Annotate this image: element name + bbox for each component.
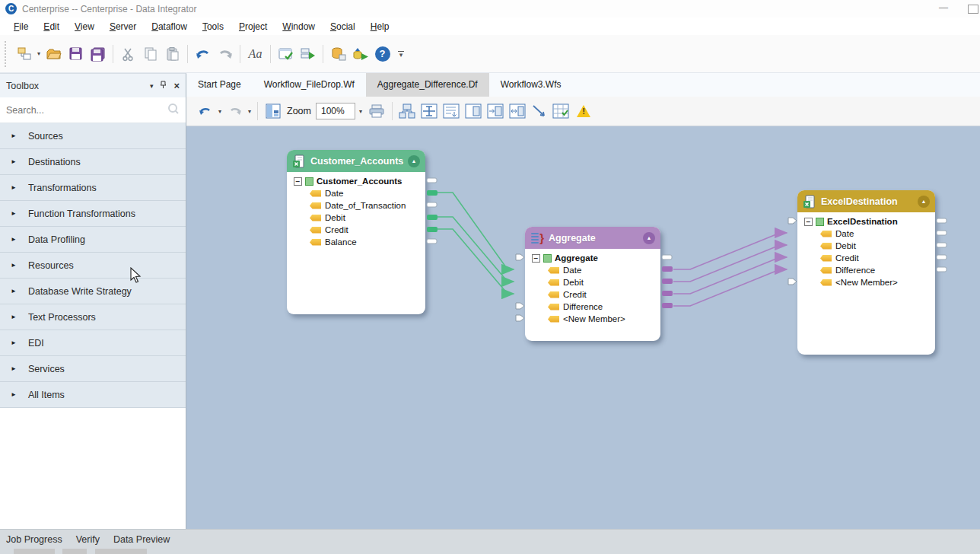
- close-toolbox-icon[interactable]: ×: [173, 80, 180, 91]
- menu-edit[interactable]: Edit: [36, 19, 67, 34]
- toolbox-item-all-items[interactable]: ►All Items: [0, 382, 186, 408]
- toolbar-separator: [113, 45, 113, 63]
- redo-small-icon[interactable]: [224, 101, 245, 122]
- title-bar: C Centerprise -- Centerprise - Data Inte…: [0, 0, 980, 18]
- link-tool-icon[interactable]: [530, 101, 550, 122]
- tab-aggregate-difference[interactable]: Aggregate_Difference.Df: [366, 73, 489, 97]
- new-dataflow-icon[interactable]: [14, 43, 34, 64]
- align-middle-icon[interactable]: [419, 101, 440, 122]
- preview-grid-icon[interactable]: [552, 101, 572, 122]
- bottom-panel-bar: Job Progress Verify Data Preview: [0, 529, 980, 554]
- menu-server[interactable]: Server: [102, 19, 144, 34]
- undo-icon[interactable]: [192, 43, 213, 64]
- minimize-button[interactable]: —: [932, 2, 955, 13]
- tab-data-preview-button[interactable]: [95, 549, 147, 554]
- toolbox-item-services[interactable]: ►Services: [0, 356, 186, 382]
- toolbox-item-sources[interactable]: ►Sources: [0, 123, 186, 149]
- search-input[interactable]: [6, 105, 167, 116]
- tab-workflow3[interactable]: Workflow3.Wfs: [489, 73, 573, 97]
- run-dataflow-icon[interactable]: [350, 43, 371, 64]
- undo-dropdown-caret[interactable]: ▾: [216, 108, 224, 115]
- menu-project[interactable]: Project: [231, 19, 275, 34]
- save-all-icon[interactable]: [88, 43, 108, 64]
- zoom-dropdown-caret[interactable]: ▾: [355, 103, 366, 119]
- database-source-icon[interactable]: [328, 43, 348, 64]
- toolbox-item-edi[interactable]: ►EDI: [0, 330, 186, 356]
- toolbox-item-database-write-strategy[interactable]: ►Database Write Strategy: [0, 279, 186, 304]
- auto-layout-icon[interactable]: [397, 101, 418, 122]
- dataflow-canvas[interactable]: Customer_Accounts ▲ − Customer_Accounts …: [186, 126, 980, 529]
- toolbox-panel: Toolbox ▾ × ►Sources ►Destinations ►Tran…: [0, 73, 186, 529]
- tab-verify-button[interactable]: [62, 549, 87, 554]
- toolbar-separator: [240, 45, 240, 63]
- move-right-icon[interactable]: [485, 101, 506, 122]
- canvas-toolbar: ▾ ▾ Zoom 100% ▾: [186, 97, 980, 126]
- menu-view[interactable]: View: [67, 19, 102, 34]
- output-ports[interactable]: [427, 178, 438, 244]
- toolbox-item-function-transformations[interactable]: ►Function Transformations: [0, 201, 186, 227]
- connections-layer: [186, 126, 980, 529]
- zoom-value: 100%: [321, 106, 345, 116]
- toolbox-item-transformations[interactable]: ►Transformations: [0, 175, 186, 201]
- toolbar-separator: [270, 45, 271, 63]
- tab-data-preview[interactable]: Data Preview: [113, 534, 170, 545]
- main-toolbar: ▾ Aa: [0, 35, 980, 73]
- menu-social[interactable]: Social: [323, 19, 363, 34]
- cut-icon[interactable]: [118, 43, 138, 64]
- redo-icon[interactable]: [215, 43, 235, 64]
- verify-window-icon[interactable]: [275, 43, 296, 64]
- paste-icon[interactable]: [162, 43, 183, 64]
- input-ports[interactable]: [788, 218, 797, 285]
- maximize-button[interactable]: [968, 5, 978, 14]
- toolbox-item-text-processors[interactable]: ►Text Processors: [0, 304, 186, 330]
- tab-job-progress[interactable]: Job Progress: [6, 534, 62, 545]
- tab-job-progress-button[interactable]: [14, 549, 55, 554]
- toolbox-header: Toolbox ▾ ×: [0, 74, 186, 97]
- pin-icon[interactable]: [160, 81, 167, 91]
- menu-bar: File Edit View Server Dataflow Tools Pro…: [0, 18, 980, 35]
- layout-panel-icon[interactable]: [262, 101, 283, 122]
- toolbox-item-data-profiling[interactable]: ►Data Profiling: [0, 227, 186, 253]
- output-ports[interactable]: [937, 218, 947, 272]
- help-icon[interactable]: ?: [372, 43, 393, 64]
- output-ports[interactable]: [662, 255, 673, 308]
- redo-dropdown-caret[interactable]: ▾: [246, 108, 253, 115]
- warnings-icon[interactable]: !: [574, 101, 594, 122]
- menu-tools[interactable]: Tools: [195, 19, 231, 34]
- tab-start-page[interactable]: Start Page: [186, 73, 253, 97]
- save-icon[interactable]: [65, 43, 86, 64]
- distribute-icon[interactable]: [508, 101, 528, 122]
- search-icon: [167, 103, 180, 118]
- input-ports[interactable]: [516, 254, 524, 321]
- toolbar-separator: [187, 45, 188, 63]
- toolbox-menu-icon[interactable]: ▾: [150, 82, 154, 90]
- tab-verify[interactable]: Verify: [76, 534, 100, 545]
- toolbox-item-destinations[interactable]: ►Destinations: [0, 149, 186, 175]
- connection-purple[interactable]: [673, 233, 787, 306]
- connection-green[interactable]: [438, 193, 514, 294]
- menu-file[interactable]: File: [6, 19, 36, 34]
- toolbox-title: Toolbox: [6, 81, 39, 91]
- new-dropdown-caret[interactable]: ▾: [35, 50, 43, 57]
- menu-dataflow[interactable]: Dataflow: [144, 19, 195, 34]
- menu-window[interactable]: Window: [275, 19, 323, 34]
- tab-workflow-filedrop[interactable]: Workflow_FileDrop.Wf: [253, 73, 366, 97]
- open-file-icon[interactable]: [43, 43, 64, 64]
- toolbar-separator: [323, 45, 323, 63]
- run-preview-icon[interactable]: [298, 43, 318, 64]
- toolbar-separator: [257, 102, 258, 120]
- window-title: Centerprise -- Centerprise - Data Integr…: [22, 4, 196, 14]
- application-window: C Centerprise -- Centerprise - Data Inte…: [0, 0, 980, 554]
- menu-help[interactable]: Help: [363, 19, 397, 34]
- dock-left-icon[interactable]: [463, 101, 484, 122]
- expand-items-icon[interactable]: [441, 101, 462, 122]
- toolbar-overflow-icon[interactable]: ▾: [398, 51, 404, 57]
- font-settings-icon[interactable]: Aa: [245, 43, 266, 64]
- zoom-select[interactable]: 100%: [316, 103, 355, 119]
- copy-icon[interactable]: [140, 43, 161, 64]
- undo-small-icon[interactable]: [195, 101, 215, 122]
- toolbox-item-resources[interactable]: ►Resources: [0, 253, 186, 279]
- toolbar-grip[interactable]: [5, 41, 8, 67]
- toolbar-separator: [392, 102, 393, 120]
- print-icon[interactable]: [367, 101, 387, 122]
